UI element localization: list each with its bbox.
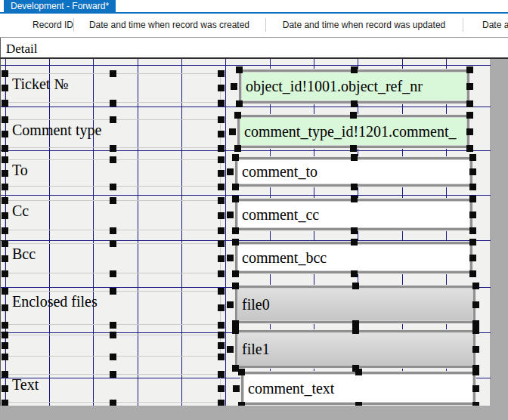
- selection-handle[interactable]: [218, 255, 225, 262]
- selection-handle[interactable]: [2, 255, 8, 262]
- selection-handle[interactable]: [218, 197, 225, 204]
- selection-handle[interactable]: [110, 240, 116, 247]
- selection-handle[interactable]: [234, 112, 241, 119]
- selection-handle[interactable]: [472, 369, 479, 375]
- selection-handle[interactable]: [2, 354, 8, 360]
- selection-handle[interactable]: [2, 342, 8, 349]
- selection-handle[interactable]: [469, 239, 476, 246]
- selection-handle[interactable]: [218, 170, 225, 177]
- selection-handle[interactable]: [350, 145, 357, 152]
- selection-handle[interactable]: [218, 116, 225, 123]
- column-header-updated[interactable]: Date and time when record was updated: [265, 14, 463, 37]
- selection-handle[interactable]: [472, 301, 479, 308]
- selection-handle[interactable]: [472, 385, 479, 392]
- selection-handle[interactable]: [232, 184, 239, 190]
- selection-handle[interactable]: [227, 301, 234, 308]
- form-field-comment-bcc[interactable]: comment_bcc: [235, 242, 472, 273]
- selection-handle[interactable]: [472, 327, 479, 334]
- form-label-bcc[interactable]: Bcc: [5, 243, 221, 273]
- form-field-comment-cc[interactable]: comment_cc: [235, 199, 472, 230]
- selection-handle[interactable]: [355, 402, 362, 406]
- selection-handle[interactable]: [2, 170, 8, 177]
- selection-handle[interactable]: [218, 354, 225, 360]
- selection-handle[interactable]: [110, 70, 116, 77]
- selection-handle[interactable]: [232, 196, 239, 202]
- selection-handle[interactable]: [236, 100, 243, 107]
- selection-handle[interactable]: [472, 320, 479, 327]
- selection-handle[interactable]: [352, 283, 359, 289]
- selection-handle[interactable]: [2, 400, 8, 406]
- selection-handle[interactable]: [227, 255, 234, 261]
- selection-handle[interactable]: [469, 255, 476, 261]
- selection-handle[interactable]: [472, 346, 479, 353]
- selection-handle[interactable]: [2, 270, 8, 277]
- selection-handle[interactable]: [218, 227, 225, 234]
- selection-handle[interactable]: [218, 184, 225, 190]
- selection-handle[interactable]: [110, 100, 116, 107]
- selection-handle[interactable]: [2, 332, 8, 338]
- selection-handle[interactable]: [2, 85, 8, 91]
- selection-handle[interactable]: [351, 100, 358, 107]
- selection-handle[interactable]: [355, 369, 362, 375]
- selection-handle[interactable]: [232, 320, 239, 327]
- selection-handle[interactable]: [227, 346, 234, 353]
- selection-handle[interactable]: [2, 227, 8, 234]
- selection-handle[interactable]: [218, 304, 225, 311]
- selection-handle[interactable]: [110, 288, 116, 295]
- form-field-file0[interactable]: file0: [235, 286, 475, 323]
- selection-handle[interactable]: [2, 184, 8, 190]
- selection-handle[interactable]: [466, 128, 473, 135]
- selection-handle[interactable]: [466, 83, 473, 90]
- selection-handle[interactable]: [2, 131, 8, 137]
- selection-handle[interactable]: [2, 322, 8, 329]
- selection-handle[interactable]: [2, 100, 8, 107]
- selection-handle[interactable]: [110, 322, 116, 329]
- selection-handle[interactable]: [2, 385, 8, 392]
- selection-handle[interactable]: [218, 322, 225, 329]
- selection-handle[interactable]: [351, 66, 358, 73]
- form-label-to[interactable]: To: [5, 159, 221, 187]
- form-field-comment-text[interactable]: comment_text: [241, 372, 475, 405]
- selection-handle[interactable]: [2, 116, 8, 123]
- form-label-ticket[interactable]: Ticket №: [5, 73, 221, 103]
- selection-handle[interactable]: [227, 212, 234, 218]
- selection-handle[interactable]: [469, 184, 476, 190]
- selection-handle[interactable]: [110, 184, 116, 190]
- selection-handle[interactable]: [469, 196, 476, 202]
- selection-handle[interactable]: [466, 112, 473, 119]
- form-label-text[interactable]: Text: [5, 374, 221, 403]
- selection-handle[interactable]: [218, 212, 225, 219]
- selection-handle[interactable]: [227, 168, 234, 175]
- selection-handle[interactable]: [110, 400, 116, 406]
- selection-handle[interactable]: [232, 239, 239, 246]
- selection-handle[interactable]: [218, 85, 225, 91]
- selection-handle[interactable]: [351, 184, 358, 190]
- selection-handle[interactable]: [218, 342, 225, 349]
- selection-handle[interactable]: [351, 196, 358, 202]
- selection-handle[interactable]: [350, 112, 357, 119]
- selection-handle[interactable]: [469, 227, 476, 234]
- selection-handle[interactable]: [218, 371, 225, 378]
- selection-handle[interactable]: [466, 100, 473, 107]
- selection-handle[interactable]: [110, 145, 116, 152]
- selection-handle[interactable]: [352, 327, 359, 334]
- selection-handle[interactable]: [466, 66, 473, 73]
- detail-section-header[interactable]: Detail: [0, 38, 508, 59]
- selection-handle[interactable]: [469, 154, 476, 161]
- selection-handle[interactable]: [466, 145, 473, 152]
- selection-handle[interactable]: [236, 66, 243, 73]
- selection-handle[interactable]: [2, 212, 8, 219]
- selection-handle[interactable]: [218, 288, 225, 295]
- selection-handle[interactable]: [351, 239, 358, 246]
- selection-handle[interactable]: [218, 156, 225, 163]
- selection-handle[interactable]: [469, 270, 476, 277]
- selection-handle[interactable]: [218, 131, 225, 137]
- selection-handle[interactable]: [351, 154, 358, 161]
- form-label-enclosed-files[interactable]: Enclosed files: [5, 291, 221, 325]
- selection-handle[interactable]: [2, 156, 8, 163]
- selection-handle[interactable]: [110, 116, 116, 123]
- column-header-truncated[interactable]: Date a: [482, 14, 508, 37]
- selection-handle[interactable]: [218, 332, 225, 338]
- selection-handle[interactable]: [110, 371, 116, 378]
- selection-handle[interactable]: [2, 145, 8, 152]
